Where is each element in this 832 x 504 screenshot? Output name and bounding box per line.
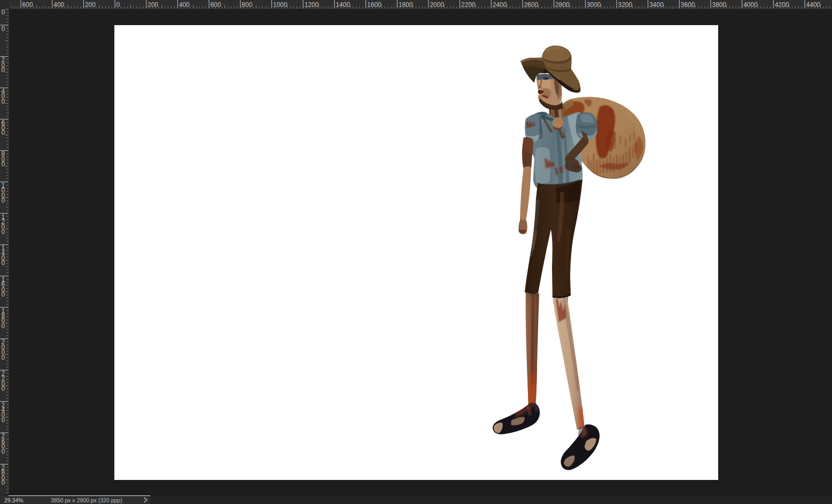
svg-text:0: 0	[2, 129, 5, 136]
svg-text:4200: 4200	[775, 1, 789, 9]
svg-text:4000: 4000	[743, 1, 758, 9]
svg-text:0: 0	[2, 9, 5, 16]
svg-text:4400: 4400	[806, 1, 821, 9]
svg-text:0: 0	[2, 25, 5, 33]
svg-text:0: 0	[2, 354, 5, 361]
svg-text:0: 0	[2, 259, 5, 267]
svg-text:0: 0	[2, 197, 5, 204]
svg-text:1600: 1600	[367, 1, 382, 9]
svg-text:1400: 1400	[336, 1, 350, 9]
svg-text:0: 0	[2, 228, 5, 236]
svg-text:0: 0	[2, 98, 5, 105]
svg-text:3800: 3800	[712, 1, 727, 9]
svg-text:3400: 3400	[649, 1, 664, 9]
svg-text:2600: 2600	[524, 1, 538, 9]
svg-text:3600: 3600	[681, 1, 695, 9]
svg-text:2400: 2400	[493, 1, 507, 9]
svg-text:0: 0	[2, 479, 5, 486]
svg-text:3000: 3000	[587, 1, 601, 9]
svg-text:0: 0	[2, 448, 5, 455]
svg-text:1800: 1800	[399, 1, 413, 9]
svg-text:0: 0	[2, 385, 5, 392]
svg-text:2000: 2000	[430, 1, 444, 9]
svg-text:0: 0	[2, 160, 5, 168]
svg-text:3200: 3200	[618, 1, 632, 9]
svg-text:0: 0	[2, 291, 5, 298]
svg-text:0: 0	[2, 322, 5, 330]
svg-text:2800: 2800	[555, 1, 570, 9]
svg-text:0: 0	[2, 416, 5, 424]
svg-text:1000: 1000	[273, 1, 287, 9]
svg-text:2200: 2200	[461, 1, 476, 9]
svg-text:0: 0	[2, 66, 5, 74]
svg-text:1200: 1200	[305, 1, 319, 9]
